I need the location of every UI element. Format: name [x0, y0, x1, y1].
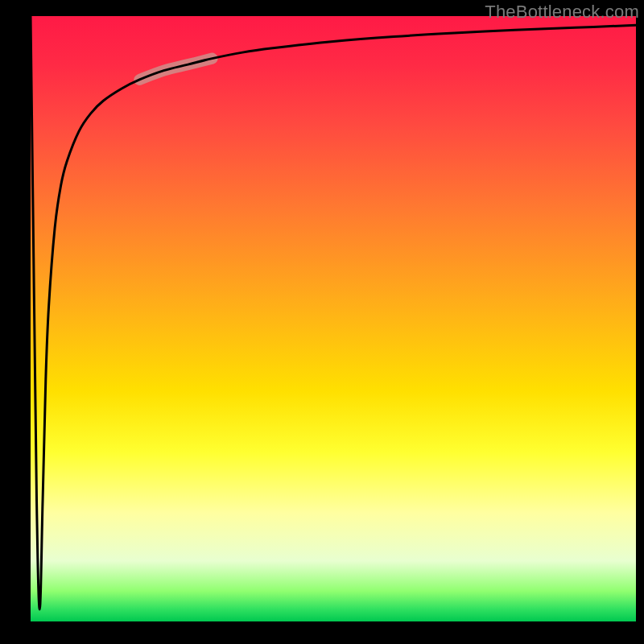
watermark-text: TheBottleneck.com: [485, 2, 639, 23]
chart-frame: TheBottleneck.com: [0, 0, 644, 644]
series-bottleneck-curve: [31, 16, 636, 609]
curve-svg: [31, 16, 636, 621]
plot-area: [31, 16, 636, 621]
